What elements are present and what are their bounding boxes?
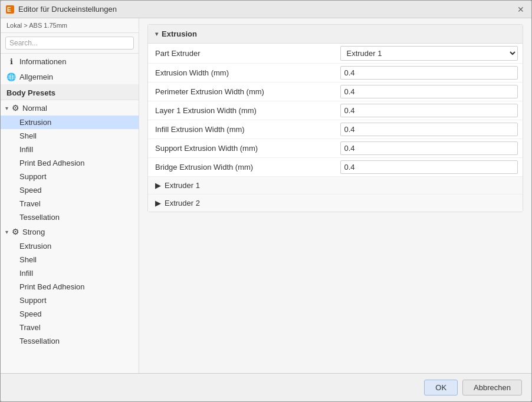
sidebar-item-label-allgemein: Allgemein [19,73,53,81]
sidebar-item-strong-print-bed-adhesion[interactable]: Print Bed Adhesion [1,280,139,294]
field-label-infill-extrusion-width: Infill Extrusion Width (mm) [148,120,336,139]
field-control-layer1-extrusion-width [336,101,523,120]
sidebar-item-informationen[interactable]: ℹ Informationen [1,54,139,69]
layer1-extrusion-width-input[interactable] [340,104,518,117]
sidebar-item-normal-shell[interactable]: Shell [1,129,139,143]
cancel-button[interactable]: Abbrechen [462,380,522,396]
normal-chevron-icon: ▾ [5,105,8,111]
field-control-infill-extrusion-width [336,120,523,139]
sidebar-item-strong-tessellation[interactable]: Tessellation [1,334,139,348]
ok-button[interactable]: OK [424,380,458,396]
normal-subitems: Extrusion Shell Infill Print Bed Adhesio… [1,116,139,224]
field-label-bridge-extrusion-width: Bridge Extrusion Width (mm) [148,158,336,177]
sidebar-item-normal-tessellation[interactable]: Tessellation [1,210,139,224]
extrusion-panel: ▾ Extrusion Part Extruder Extruder 1 Ext… [147,24,523,212]
group-normal-label: Normal [22,104,47,113]
search-bar [1,33,139,54]
perimeter-extrusion-width-input[interactable] [340,85,518,98]
bridge-extrusion-width-input[interactable] [340,160,518,174]
part-extruder-select[interactable]: Extruder 1 Extruder 2 [340,46,518,61]
field-control-perimeter-extrusion-width [336,83,523,101]
gear-icon-strong: ⚙ [11,227,20,236]
extruder2-row[interactable]: ▶ Extruder 2 [148,195,523,212]
sidebar: Lokal > ABS 1.75mm ℹ Informationen 🌐 All… [1,18,139,373]
form-grid: Part Extruder Extruder 1 Extruder 2 Extr… [148,44,523,177]
sidebar-item-label-informationen: Informationen [19,57,67,66]
breadcrumb: Lokal > ABS 1.75mm [1,18,139,33]
sidebar-item-normal-travel[interactable]: Travel [1,197,139,210]
main-area: Lokal > ABS 1.75mm ℹ Informationen 🌐 All… [1,18,531,373]
sidebar-item-strong-extrusion[interactable]: Extrusion [1,239,139,253]
content-area: ▾ Extrusion Part Extruder Extruder 1 Ext… [139,18,531,373]
app-icon: E [5,5,15,14]
sidebar-nav: ℹ Informationen 🌐 Allgemein Body Presets… [1,54,139,373]
field-label-layer1-extrusion-width: Layer 1 Extrusion Width (mm) [148,101,336,120]
footer: OK Abbrechen [1,373,531,401]
extrusion-chevron-icon: ▾ [155,31,158,37]
group-strong-label: Strong [22,228,45,236]
info-icon: ℹ [6,57,16,66]
sidebar-item-normal-extrusion[interactable]: Extrusion [1,116,139,129]
field-control-bridge-extrusion-width [336,158,523,177]
sidebar-item-strong-support[interactable]: Support [1,294,139,307]
close-button[interactable]: ✕ [515,4,527,15]
group-strong[interactable]: ▾ ⚙ Strong [1,224,139,239]
field-label-extrusion-width: Extrusion Width (mm) [148,64,336,83]
title-bar: E Editor für Druckeinstellungen ✕ [1,1,531,18]
strong-subitems: Extrusion Shell Infill Print Bed Adhesio… [1,239,139,348]
extruder2-chevron-icon: ▶ [155,199,161,207]
extrusion-title: Extrusion [162,29,197,38]
group-normal[interactable]: ▾ ⚙ Normal [1,100,139,116]
extruder1-label: Extruder 1 [165,181,200,190]
window-title: Editor für Druckeinstellungen [18,5,515,14]
field-label-perimeter-extrusion-width: Perimeter Extrusion Width (mm) [148,83,336,101]
svg-text:E: E [7,6,11,13]
sidebar-item-strong-infill[interactable]: Infill [1,266,139,280]
extrusion-panel-header[interactable]: ▾ Extrusion [148,25,523,44]
extrusion-width-input[interactable] [340,66,518,80]
search-input[interactable] [5,37,134,50]
sidebar-item-strong-shell[interactable]: Shell [1,253,139,266]
main-window: E Editor für Druckeinstellungen ✕ Lokal … [0,0,532,402]
sidebar-item-normal-support[interactable]: Support [1,170,139,183]
sidebar-item-normal-speed[interactable]: Speed [1,183,139,197]
extruder1-chevron-icon: ▶ [155,181,161,190]
field-control-extrusion-width [336,64,523,83]
sidebar-item-allgemein[interactable]: 🌐 Allgemein [1,69,139,84]
support-extrusion-width-input[interactable] [340,141,518,155]
field-control-support-extrusion-width [336,139,523,158]
strong-chevron-icon: ▾ [5,229,8,235]
sidebar-item-strong-speed[interactable]: Speed [1,307,139,321]
extruder1-row[interactable]: ▶ Extruder 1 [148,177,523,195]
globe-icon: 🌐 [6,72,16,81]
extruder2-label: Extruder 2 [165,199,200,207]
sidebar-item-normal-infill[interactable]: Infill [1,143,139,156]
sidebar-item-strong-travel[interactable]: Travel [1,321,139,334]
sidebar-item-normal-print-bed-adhesion[interactable]: Print Bed Adhesion [1,156,139,170]
field-label-part-extruder: Part Extruder [148,44,336,64]
infill-extrusion-width-input[interactable] [340,123,518,136]
field-label-support-extrusion-width: Support Extrusion Width (mm) [148,139,336,158]
gear-icon-normal: ⚙ [11,103,20,113]
field-control-part-extruder: Extruder 1 Extruder 2 [336,44,523,64]
body-presets-header: Body Presets [1,84,139,100]
